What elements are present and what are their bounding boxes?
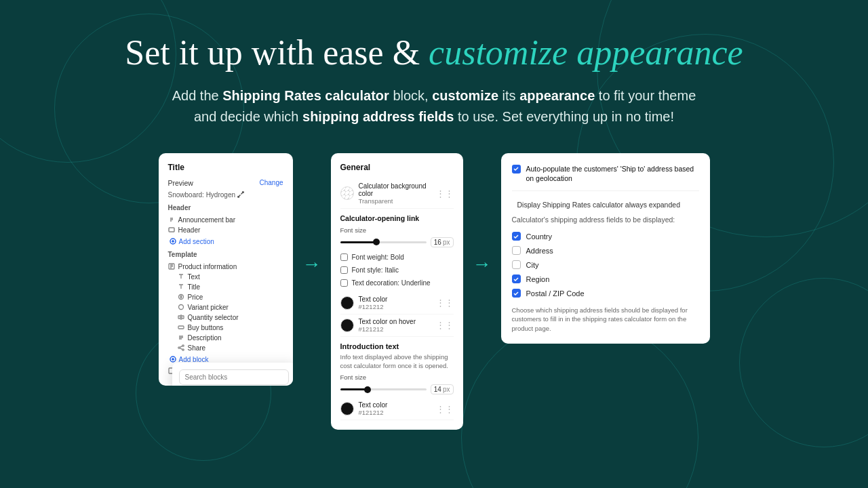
arrow-2: →: [473, 253, 492, 275]
intro-text-title: Introduction text: [340, 342, 454, 350]
text-color2-setting: Text color #121212 ⋮⋮: [340, 398, 454, 420]
postal-code-checkbox[interactable]: [512, 289, 521, 298]
change-link[interactable]: Change: [259, 179, 283, 186]
buy-buttons-item[interactable]: Buy buttons: [168, 323, 283, 333]
font-size2-slider[interactable]: [340, 388, 427, 390]
text-item[interactable]: Text: [168, 272, 283, 282]
font-style-italic-checkbox[interactable]: [340, 266, 348, 274]
svg-point-8: [178, 347, 179, 348]
postal-code-field-row[interactable]: Postal / ZIP Code: [512, 286, 699, 300]
font-size-input[interactable]: 16 px: [431, 237, 454, 247]
description-item[interactable]: Description: [168, 333, 283, 343]
drag-handle-3[interactable]: ⋮⋮: [436, 320, 454, 330]
region-field-row[interactable]: Region: [512, 272, 699, 286]
text-decoration-underline-checkbox[interactable]: [340, 279, 348, 287]
text-decoration-underline-row[interactable]: Text decoration: Underline: [340, 277, 454, 289]
theme-editor-card: Title Preview Change Snowboard: Hydrogen…: [159, 153, 293, 386]
font-style-italic-row[interactable]: Font style: Italic: [340, 264, 454, 277]
search-blocks-input[interactable]: [179, 369, 289, 385]
address-fields-title: Calculator's shipping address fields to …: [512, 216, 699, 224]
text-color-hover-setting: Text color on hover #121212 ⋮⋮: [340, 314, 454, 337]
cards-row: Title Preview Change Snowboard: Hydrogen…: [0, 153, 868, 430]
bg-color-swatch[interactable]: [340, 186, 354, 200]
font-size2-slider-row: 14 px: [340, 384, 454, 394]
header-section-label: Header: [168, 204, 283, 211]
country-checkbox[interactable]: [512, 232, 521, 241]
font-weight-bold-row[interactable]: Font weight: Bold: [340, 251, 454, 264]
template-section-label: Template: [168, 251, 283, 258]
drag-handle-2[interactable]: ⋮⋮: [436, 298, 454, 308]
font-size2-label: Font size: [340, 373, 454, 381]
font-size-slider[interactable]: [340, 241, 427, 243]
hero-subtitle: Add the Shipping Rates calculator block,…: [54, 85, 814, 127]
quantity-selector-item[interactable]: Quantity selector: [168, 312, 283, 323]
geolocation-checkbox[interactable]: [512, 165, 521, 174]
preview-row: Preview Change: [168, 179, 283, 187]
snowboard-text: Snowboard: Hydrogen: [168, 191, 283, 199]
always-expanded-row[interactable]: Display Shipping Rates calculator always…: [512, 201, 699, 209]
svg-point-9: [182, 349, 183, 350]
svg-rect-6: [178, 326, 184, 329]
card1-title: Title: [168, 163, 283, 172]
address-checkbox[interactable]: [512, 246, 521, 255]
text-color-swatch[interactable]: [340, 296, 354, 310]
font-size-slider-row: 16 px: [340, 237, 454, 247]
fields-settings-card: Auto-populate the customers' 'Ship to' a…: [501, 153, 710, 344]
text-color-setting: Text color #121212 ⋮⋮: [340, 292, 454, 314]
general-settings-card: General Calculator background color Tran…: [331, 153, 463, 430]
font-weight-bold-checkbox[interactable]: [340, 253, 348, 261]
title-item[interactable]: Title: [168, 282, 283, 292]
address-field-row[interactable]: Address: [512, 243, 699, 258]
text-color-hover-swatch[interactable]: [340, 319, 354, 332]
price-item[interactable]: Price: [168, 292, 283, 302]
font-size2-input[interactable]: 14 px: [431, 384, 454, 394]
announcement-bar-item[interactable]: Announcement bar: [168, 215, 283, 225]
svg-rect-0: [169, 228, 174, 232]
search-blocks-popup: Blocks 0 Apps 1 Shipping Rates: [172, 363, 293, 386]
hero-section: Set it up with ease & customize appearan…: [0, 0, 868, 148]
choose-desc-text: Choose which shipping address fields sho…: [512, 306, 699, 333]
city-field-row[interactable]: City: [512, 258, 699, 272]
city-checkbox[interactable]: [512, 260, 521, 269]
font-size-label: Font size: [340, 226, 454, 234]
card2-title: General: [340, 163, 454, 172]
geolocation-row[interactable]: Auto-populate the customers' 'Ship to' a…: [512, 164, 699, 191]
country-field-row[interactable]: Country: [512, 229, 699, 243]
svg-point-4: [178, 305, 183, 310]
bg-color-setting: Calculator background color Transparent …: [340, 179, 454, 209]
preview-label: Preview: [168, 179, 193, 187]
product-information-item[interactable]: Product information: [168, 262, 283, 272]
text-color2-swatch[interactable]: [340, 402, 354, 415]
calc-open-link-title: Calculator-opening link: [340, 214, 454, 222]
variant-picker-item[interactable]: Variant picker: [168, 302, 283, 312]
svg-point-7: [182, 345, 183, 346]
drag-handle-4[interactable]: ⋮⋮: [436, 404, 454, 414]
region-checkbox[interactable]: [512, 274, 521, 283]
header-item[interactable]: Header: [168, 225, 283, 235]
share-item[interactable]: Share: [168, 343, 283, 353]
drag-handle[interactable]: ⋮⋮: [436, 188, 454, 199]
arrow-1: →: [302, 253, 321, 275]
hero-title: Set it up with ease & customize appearan…: [54, 33, 814, 73]
add-section-button[interactable]: Add section: [170, 238, 283, 245]
intro-text-sub: Info text displayed above the shipping c…: [340, 352, 454, 371]
